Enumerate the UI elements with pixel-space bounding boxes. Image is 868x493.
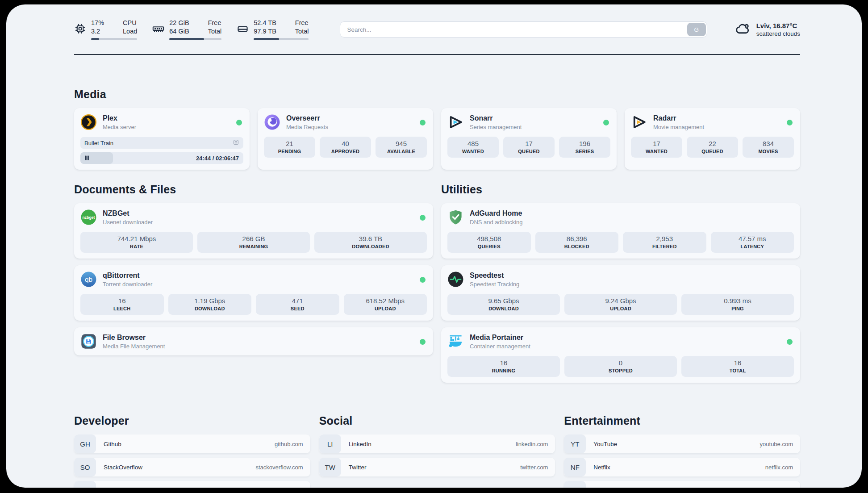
stat-upload: 9.24 GbpsUPLOAD: [564, 294, 677, 315]
app-desc: Media server: [103, 124, 136, 130]
stat-queries: 498,508QUERIES: [447, 232, 531, 253]
section-title-social: Social: [319, 414, 555, 427]
section-social: Social LI LinkedIn linkedin.com TW Twitt…: [319, 414, 555, 488]
app-desc: Speedtest Tracking: [470, 281, 519, 288]
bookmark-name: DEV: [96, 487, 116, 488]
status-dot: [420, 339, 426, 345]
app-name: File Browser: [103, 333, 165, 342]
qbittorrent-icon: qb: [80, 271, 97, 288]
nzbget-icon: nzbget: [80, 209, 97, 226]
weather-condition: scattered clouds: [756, 30, 800, 37]
now-playing-row: Bullet Train: [80, 137, 243, 149]
card-overseerr[interactable]: Overseerr Media Requests 21PENDING 40APP…: [258, 108, 433, 170]
card-nzbget[interactable]: nzbget NZBGet Usenet downloader 744.21 M…: [74, 203, 433, 259]
stat-wanted: 485WANTED: [447, 137, 499, 158]
bookmark-netflix[interactable]: NF Netflix netflix.com: [564, 458, 800, 476]
bookmark-abbr: RE: [564, 481, 586, 488]
bookmark-name: Github: [96, 441, 121, 447]
card-speedtest[interactable]: Speedtest Speedtest Tracking 9.65 GbpsDO…: [441, 265, 800, 321]
status-dot: [603, 120, 609, 125]
stat-available: 945AVAILABLE: [376, 137, 427, 158]
cpu-label-1: CPU: [123, 19, 137, 27]
stat-remaining: 266 GBREMAINING: [197, 232, 310, 253]
sonarr-icon: [447, 114, 464, 130]
card-adguard[interactable]: AdGuard Home DNS and adblocking 498,508Q…: [441, 203, 800, 259]
speedtest-icon: [447, 271, 464, 288]
bookmark-url: youtube.com: [760, 441, 800, 447]
weather-location-temp: Lviv, 16.87°C: [756, 22, 800, 29]
stat-download: 1.19 GbpsDOWNLOAD: [168, 294, 252, 315]
disk-label-2: Total: [295, 27, 309, 36]
card-radarr[interactable]: Radarr Movie management 17WANTED 22QUEUE…: [625, 108, 800, 170]
app-desc: Torrent downloader: [103, 281, 152, 288]
app-desc: Usenet downloader: [103, 219, 153, 226]
screen-frame: 17% CPU 3.2 Load: [0, 0, 868, 493]
section-title-utilities: Utilities: [441, 183, 800, 196]
bookmark-name: Netflix: [586, 464, 610, 471]
adguard-icon: [447, 209, 464, 226]
card-sonarr[interactable]: Sonarr Series management 485WANTED 17QUE…: [441, 108, 617, 170]
bookmark-stackoverflow[interactable]: SO StackOverflow stackoverflow.com: [74, 458, 310, 476]
bookmark-youtube[interactable]: YT YouTube youtube.com: [564, 435, 800, 453]
stat-leech: 16LEECH: [80, 294, 164, 315]
status-dot: [420, 277, 426, 283]
overseerr-icon: [264, 114, 280, 130]
app-name: Overseerr: [286, 114, 328, 122]
search-provider-button[interactable]: G: [687, 23, 706, 36]
disk-total-value: 97.9 TB: [254, 27, 276, 36]
stat-downloaded: 39.6 TBDOWNLOADED: [314, 232, 427, 253]
card-filebrowser[interactable]: File Browser Media File Management: [74, 327, 433, 355]
status-dot: [420, 215, 426, 221]
app-name: Plex: [103, 114, 136, 122]
svg-text:nzbget: nzbget: [83, 215, 95, 220]
section-title-entertainment: Entertainment: [564, 414, 800, 427]
portainer-icon: [447, 333, 464, 350]
status-dot: [420, 120, 426, 125]
plex-icon: [80, 114, 97, 130]
bookmark-twitter[interactable]: TW Twitter twitter.com: [319, 458, 555, 476]
disk-progress-bar: [254, 38, 309, 40]
radarr-icon: [631, 114, 647, 130]
bookmark-abbr: GH: [74, 435, 96, 453]
stat-seed: 471SEED: [256, 294, 339, 315]
app-desc: DNS and adblocking: [470, 219, 523, 226]
section-developer: Developer GH Github github.com SO StackO…: [74, 414, 310, 488]
cpu-icon: [74, 23, 86, 37]
disk-free-value: 52.4 TB: [254, 19, 276, 27]
bookmark-abbr: SO: [74, 458, 96, 476]
bookmark-github[interactable]: GH Github github.com: [74, 435, 310, 453]
pause-icon[interactable]: [85, 155, 89, 162]
bookmark-name: Reddit: [586, 487, 611, 488]
app-desc: Container management: [470, 343, 530, 350]
cloud-icon: [735, 21, 751, 38]
section-media: Media Plex Media server: [74, 88, 800, 170]
bookmark-url: github.com: [275, 441, 310, 447]
bookmark-url: dev.to: [288, 487, 310, 488]
section-utilities: Utilities AdGuard Home: [441, 183, 800, 389]
app-name: NZBGet: [103, 209, 153, 217]
search-input[interactable]: [340, 21, 707, 38]
bookmark-abbr: TW: [319, 458, 341, 476]
bookmark-reddit[interactable]: RE Reddit reddit.com: [564, 481, 800, 488]
status-dot: [787, 120, 793, 125]
app-name: Media Portainer: [470, 333, 530, 342]
weather-widget[interactable]: Lviv, 16.87°C scattered clouds: [735, 21, 800, 38]
section-title-documents: Documents & Files: [74, 183, 433, 196]
playback-elapsed-pill: [80, 152, 113, 164]
app-name: AdGuard Home: [470, 209, 523, 217]
stat-movies: 834MOVIES: [743, 137, 794, 158]
cpu-progress-bar: [91, 38, 137, 40]
card-portainer[interactable]: Media Portainer Container management 16R…: [441, 327, 800, 383]
bookmark-dev[interactable]: DT DEV dev.to: [74, 481, 310, 488]
section-title-media: Media: [74, 88, 800, 101]
disk-icon: [237, 23, 249, 37]
bookmark-abbr: LI: [319, 435, 341, 453]
ram-progress-bar: [169, 38, 221, 40]
section-title-developer: Developer: [74, 414, 310, 427]
cpu-load-value: 3.2: [91, 27, 104, 36]
card-qbittorrent[interactable]: qb qBittorrent Torrent downloader 16LEEC…: [74, 265, 433, 321]
ram-label-1: Free: [208, 19, 222, 27]
bookmark-linkedin[interactable]: LI LinkedIn linkedin.com: [319, 435, 555, 453]
app-desc: Series management: [470, 124, 522, 130]
card-plex[interactable]: Plex Media server Bullet Train: [74, 108, 250, 170]
